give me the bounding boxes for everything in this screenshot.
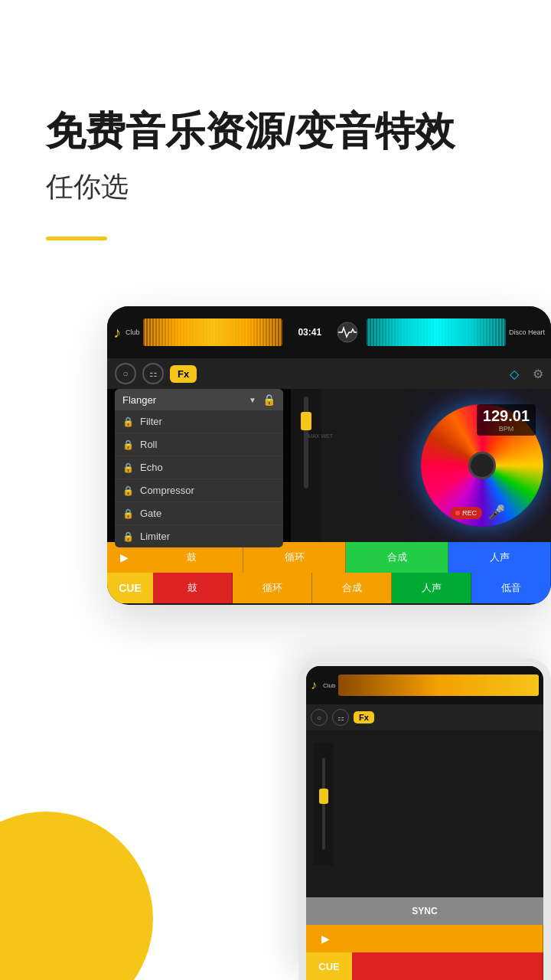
song-left-name2: Club bbox=[323, 682, 335, 689]
fader-track2[interactable] bbox=[322, 758, 325, 850]
main-device-mockup: ♪ Club 03:41 Disco Heart ○ ⚏ bbox=[107, 306, 551, 605]
play-button2[interactable]: ▶ bbox=[306, 925, 344, 952]
fx-roll-label: Roll bbox=[140, 439, 157, 450]
pad-bass[interactable]: 鼓 bbox=[153, 573, 233, 603]
dj-app-screen: ♪ Club 03:41 Disco Heart ○ ⚏ bbox=[107, 306, 551, 605]
cue-row2: CUE bbox=[306, 952, 543, 980]
dj-topbar2: ♪ Club bbox=[306, 666, 543, 704]
sync-button[interactable]: SYNC bbox=[306, 897, 543, 925]
fader-thumb[interactable] bbox=[301, 412, 311, 430]
fx-item-gate[interactable]: 🔒 Gate bbox=[115, 502, 283, 525]
header-section: 免费音乐资源/变音特效 任你选 bbox=[46, 107, 505, 240]
fx-item-limiter[interactable]: 🔒 Limiter bbox=[115, 525, 283, 547]
dj-main-area: Flanger ▼ 🔒 🔒 Filter 🔒 Roll 🔒 Echo bbox=[107, 389, 551, 542]
fx-item-filter[interactable]: 🔒 Filter bbox=[115, 410, 283, 433]
dj-app-screen2: ♪ Club ○ ⚏ Fx SYNC bbox=[306, 666, 543, 980]
phone-frame2: ♪ Club ○ ⚏ Fx SYNC bbox=[298, 658, 551, 980]
bpm-value: 129.01 bbox=[483, 407, 530, 425]
fx-echo-label: Echo bbox=[140, 462, 163, 473]
pad-red2[interactable] bbox=[352, 952, 543, 980]
music-note-icon: ♪ bbox=[113, 324, 121, 341]
waveform-right bbox=[367, 318, 506, 346]
eq-ctrl-btn[interactable]: ⚏ bbox=[142, 363, 164, 384]
bpm-label: BPM bbox=[483, 425, 530, 433]
eq-ctrl-btn2[interactable]: ⚏ bbox=[332, 709, 349, 726]
music-note-icon2: ♪ bbox=[311, 678, 317, 692]
song-left-name: Club bbox=[126, 328, 140, 336]
dropdown-arrow-icon: ▼ bbox=[249, 396, 256, 404]
yellow-circle-decoration bbox=[0, 812, 153, 980]
second-device-mockup: ♪ Club ○ ⚏ Fx SYNC bbox=[298, 658, 551, 980]
gear-icon[interactable]: ⚙ bbox=[533, 367, 543, 381]
fx-dropdown-header[interactable]: Flanger ▼ 🔒 bbox=[115, 389, 283, 410]
fx-item-echo[interactable]: 🔒 Echo bbox=[115, 456, 283, 479]
fx-item-roll[interactable]: 🔒 Roll bbox=[115, 433, 283, 456]
pad-vocal2[interactable]: 低音 bbox=[471, 573, 551, 603]
fx-filter-label: Filter bbox=[140, 416, 162, 427]
fx-lock-icon: 🔒 bbox=[122, 416, 134, 427]
pad-vocal[interactable]: 人声 bbox=[448, 542, 551, 573]
diamond-icon[interactable]: ◇ bbox=[510, 367, 519, 381]
time-display: 03:41 bbox=[298, 327, 321, 338]
sub-title: 任你选 bbox=[46, 168, 505, 206]
waveform-small bbox=[338, 675, 539, 696]
fx-dropdown[interactable]: Flanger ▼ 🔒 🔒 Filter 🔒 Roll 🔒 Echo bbox=[115, 389, 283, 547]
song-info-center: 03:41 bbox=[287, 327, 333, 338]
rec-dot-icon bbox=[455, 511, 460, 515]
pad-bottom2: SYNC ▶ CUE bbox=[306, 897, 543, 980]
fx-lock-icon3: 🔒 bbox=[122, 462, 134, 473]
pad-orange1[interactable] bbox=[344, 925, 543, 952]
lock-icon: 🔒 bbox=[262, 394, 276, 406]
dj-controls2: ○ ⚏ Fx bbox=[306, 704, 543, 730]
fader-track[interactable]: MAX WET bbox=[304, 397, 308, 488]
sync-row: SYNC bbox=[306, 897, 543, 925]
fx-panel: Flanger ▼ 🔒 🔒 Filter 🔒 Roll 🔒 Echo bbox=[107, 389, 291, 542]
fx-button[interactable]: Fx bbox=[170, 365, 197, 383]
fx-lock-icon4: 🔒 bbox=[122, 485, 134, 496]
pad-synth2[interactable]: 人声 bbox=[392, 573, 471, 603]
dj-controls-row: ○ ⚏ Fx ◇ ⚙ bbox=[107, 358, 551, 389]
dj-topbar: ♪ Club 03:41 Disco Heart bbox=[107, 306, 551, 358]
circle-ctrl-btn[interactable]: ○ bbox=[115, 363, 136, 384]
fx-gate-label: Gate bbox=[140, 508, 161, 519]
fader-thumb2[interactable] bbox=[319, 789, 328, 804]
heartbeat-icon bbox=[336, 321, 359, 344]
rec-label: REC bbox=[462, 509, 477, 517]
play-row2: ▶ bbox=[306, 925, 543, 952]
song-right-name: Disco Heart bbox=[509, 328, 545, 336]
mic-icon[interactable]: 🎤 bbox=[488, 504, 505, 521]
pad-loop2[interactable]: 合成 bbox=[312, 573, 392, 603]
fx-compressor-label: Compressor bbox=[140, 485, 194, 496]
bpm-display: 129.01 BPM bbox=[477, 404, 536, 436]
pad-row-2: CUE 鼓 循环 合成 人声 低音 bbox=[107, 573, 551, 603]
cue-button[interactable]: CUE bbox=[107, 573, 153, 603]
fx-lock-icon5: 🔒 bbox=[122, 508, 134, 519]
center-fader-area: MAX WET bbox=[291, 389, 321, 542]
rec-button[interactable]: REC bbox=[450, 507, 482, 519]
fx-button2[interactable]: Fx bbox=[354, 711, 374, 724]
fx-limiter-label: Limiter bbox=[140, 531, 170, 542]
cue-button2[interactable]: CUE bbox=[306, 952, 352, 980]
circle-ctrl-btn2[interactable]: ○ bbox=[311, 709, 328, 726]
yellow-divider bbox=[46, 237, 107, 240]
fx-lock-icon2: 🔒 bbox=[122, 439, 134, 450]
main-title: 免费音乐资源/变音特效 bbox=[46, 107, 505, 155]
fx-lock-icon6: 🔒 bbox=[122, 531, 134, 542]
waveform-left bbox=[143, 318, 282, 346]
pad-drum2[interactable]: 循环 bbox=[233, 573, 312, 603]
vinyl-panel: 129.01 BPM REC 🎤 bbox=[321, 389, 551, 542]
fx-item-compressor[interactable]: 🔒 Compressor bbox=[115, 479, 283, 502]
fx-selected-label: Flanger bbox=[122, 394, 249, 406]
fader-area2 bbox=[314, 743, 334, 865]
pad-synth[interactable]: 合成 bbox=[346, 542, 448, 573]
